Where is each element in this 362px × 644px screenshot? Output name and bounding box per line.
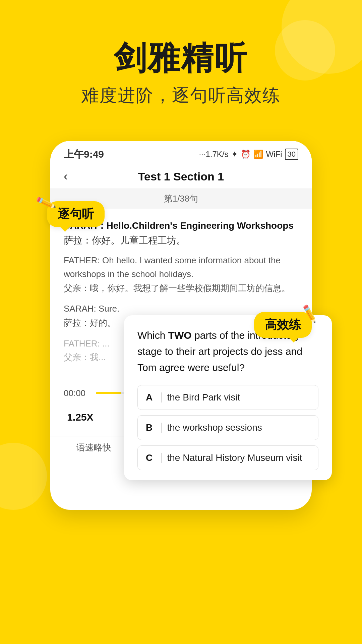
status-bar: 上午9:49 ···1.7K/s ✦ ⏰ 📶 WiFi 30 xyxy=(50,141,312,165)
bluetooth-icon: ✦ xyxy=(231,150,238,159)
listen-mode-badge: ✏️ 逐句听 xyxy=(47,201,105,227)
bg-decoration-2 xyxy=(275,20,335,80)
app-sub-title: 难度进阶，逐句听高效练 xyxy=(27,84,335,107)
dialogue-1-cn: 萨拉：你好。儿童工程工坊。 xyxy=(64,234,298,247)
option-a-text: the Bird Park visit xyxy=(167,392,240,403)
nav-bar: ‹ Test 1 Section 1 xyxy=(50,165,312,189)
battery-icon: 30 xyxy=(285,149,298,160)
option-divider-c xyxy=(161,453,162,463)
quiz-option-c[interactable]: C the Natural History Museum visit xyxy=(137,445,318,470)
audio-speed[interactable]: 1.25X xyxy=(67,412,93,423)
dialogue-2: FATHER: Oh hello. I wanted some informat… xyxy=(64,254,298,296)
quiz-option-b[interactable]: B the workshop sessions xyxy=(137,415,318,440)
signal-icon: 📶 xyxy=(253,150,263,159)
option-divider-a xyxy=(161,392,162,402)
nav-title: Test 1 Section 1 xyxy=(138,170,224,183)
wifi-icon: WiFi xyxy=(266,150,282,159)
option-b-letter: B xyxy=(146,422,156,433)
network-status: ···1.7K/s xyxy=(199,150,228,159)
option-c-letter: C xyxy=(146,452,156,463)
option-b-text: the workshop sessions xyxy=(167,422,262,433)
progress-text: 第1/38句 xyxy=(164,194,198,204)
option-c-text: the Natural History Museum visit xyxy=(167,452,302,463)
audio-current-time: 00:00 xyxy=(64,388,90,398)
quiz-highlight: TWO xyxy=(168,330,192,341)
dialogue-2-cn: 父亲：哦，你好。我想了解一些学校假期期间工坊的信息。 xyxy=(64,281,298,296)
back-button[interactable]: ‹ xyxy=(64,169,68,183)
option-a-letter: A xyxy=(146,392,156,403)
quiz-options: A the Bird Park visit B the workshop ses… xyxy=(137,385,318,470)
status-icons: ···1.7K/s ✦ ⏰ 📶 WiFi 30 xyxy=(199,149,298,160)
phone-container: ✏️ 逐句听 ✏️ 高效练 上午9:49 ···1.7K/s ✦ ⏰ 📶 WiF… xyxy=(37,141,325,510)
tab-speed[interactable]: 语速略快 xyxy=(76,442,111,453)
quiz-overlay: Which TWO parts of the introductory stag… xyxy=(124,315,332,480)
dialogue-2-en: FATHER: Oh hello. I wanted some informat… xyxy=(64,254,298,281)
practice-mode-badge: ✏️ 高效练 xyxy=(254,312,312,338)
alarm-icon: ⏰ xyxy=(241,150,251,159)
option-divider-b xyxy=(161,423,162,433)
audio-progress-fill xyxy=(96,392,121,394)
status-time: 上午9:49 xyxy=(64,148,104,161)
quiz-option-a[interactable]: A the Bird Park visit xyxy=(137,385,318,410)
